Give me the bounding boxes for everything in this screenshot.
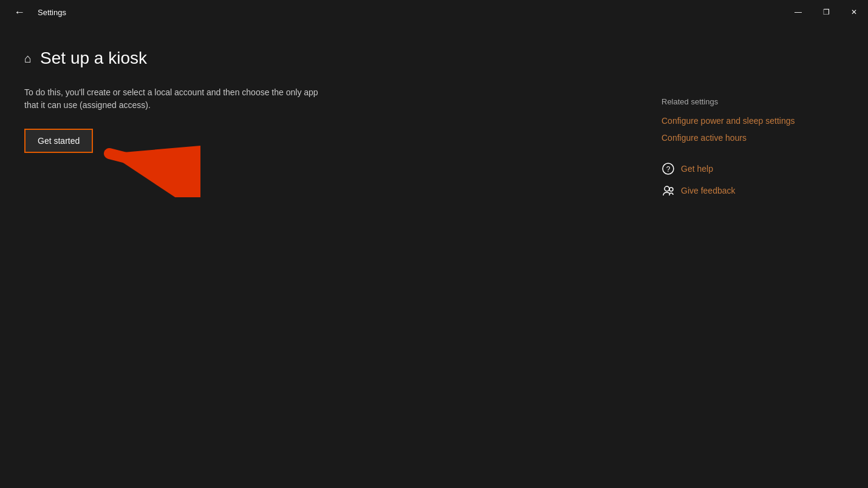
- titlebar: ← Settings — ❐ ✕: [0, 0, 868, 24]
- svg-point-2: [665, 186, 669, 191]
- left-pane: ⌂ Set up a kiosk To do this, you'll crea…: [24, 36, 649, 476]
- get-help-icon: ?: [661, 162, 675, 175]
- give-feedback-icon: [661, 184, 675, 197]
- configure-active-hours-link[interactable]: Configure active hours: [661, 133, 844, 143]
- right-pane: Related settings Configure power and sle…: [649, 36, 844, 476]
- minimize-button[interactable]: —: [784, 2, 812, 22]
- back-button[interactable]: ←: [7, 0, 32, 24]
- titlebar-controls: — ❐ ✕: [784, 2, 868, 22]
- get-help-link[interactable]: Get help: [681, 164, 713, 174]
- svg-text:?: ?: [666, 165, 671, 174]
- page-title: Set up a kiosk: [40, 49, 147, 68]
- close-button[interactable]: ✕: [840, 2, 868, 22]
- get-help-item: ? Get help: [661, 162, 844, 175]
- divider: [661, 150, 844, 162]
- page-header: ⌂ Set up a kiosk: [24, 49, 649, 68]
- main-content: ⌂ Set up a kiosk To do this, you'll crea…: [0, 24, 868, 488]
- home-icon: ⌂: [24, 52, 32, 66]
- titlebar-left: ← Settings: [7, 0, 66, 24]
- restore-button[interactable]: ❐: [812, 2, 840, 22]
- get-started-button[interactable]: Get started: [24, 129, 93, 153]
- related-settings-heading: Related settings: [661, 97, 844, 106]
- give-feedback-item: Give feedback: [661, 184, 844, 197]
- give-feedback-link[interactable]: Give feedback: [681, 186, 736, 195]
- svg-point-3: [669, 188, 673, 191]
- page-description: To do this, you'll create or select a lo…: [24, 86, 328, 112]
- titlebar-title: Settings: [38, 8, 66, 17]
- configure-power-link[interactable]: Configure power and sleep settings: [661, 116, 844, 126]
